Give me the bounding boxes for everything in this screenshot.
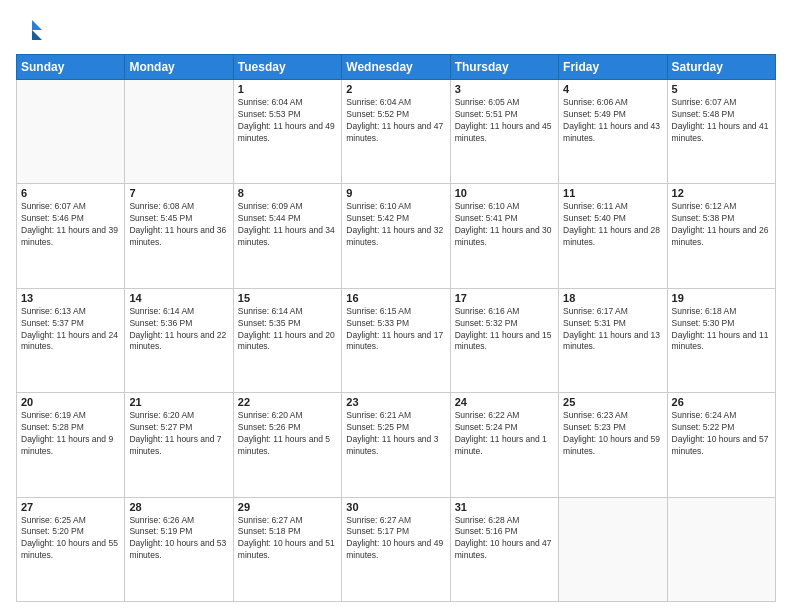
day-info: Sunrise: 6:28 AM Sunset: 5:16 PM Dayligh… <box>455 515 554 563</box>
day-number: 18 <box>563 292 662 304</box>
day-info: Sunrise: 6:19 AM Sunset: 5:28 PM Dayligh… <box>21 410 120 458</box>
day-info: Sunrise: 6:12 AM Sunset: 5:38 PM Dayligh… <box>672 201 771 249</box>
day-info: Sunrise: 6:25 AM Sunset: 5:20 PM Dayligh… <box>21 515 120 563</box>
calendar-day-cell: 24Sunrise: 6:22 AM Sunset: 5:24 PM Dayli… <box>450 393 558 497</box>
calendar-day-cell: 14Sunrise: 6:14 AM Sunset: 5:36 PM Dayli… <box>125 288 233 392</box>
weekday-header: Tuesday <box>233 55 341 80</box>
day-number: 16 <box>346 292 445 304</box>
day-info: Sunrise: 6:14 AM Sunset: 5:35 PM Dayligh… <box>238 306 337 354</box>
day-number: 10 <box>455 187 554 199</box>
calendar-day-cell: 8Sunrise: 6:09 AM Sunset: 5:44 PM Daylig… <box>233 184 341 288</box>
calendar-day-cell <box>559 497 667 601</box>
day-number: 21 <box>129 396 228 408</box>
day-info: Sunrise: 6:22 AM Sunset: 5:24 PM Dayligh… <box>455 410 554 458</box>
day-info: Sunrise: 6:04 AM Sunset: 5:53 PM Dayligh… <box>238 97 337 145</box>
calendar-day-cell: 20Sunrise: 6:19 AM Sunset: 5:28 PM Dayli… <box>17 393 125 497</box>
day-info: Sunrise: 6:21 AM Sunset: 5:25 PM Dayligh… <box>346 410 445 458</box>
day-number: 31 <box>455 501 554 513</box>
weekday-header: Friday <box>559 55 667 80</box>
calendar-table: SundayMondayTuesdayWednesdayThursdayFrid… <box>16 54 776 602</box>
day-info: Sunrise: 6:09 AM Sunset: 5:44 PM Dayligh… <box>238 201 337 249</box>
calendar-day-cell: 10Sunrise: 6:10 AM Sunset: 5:41 PM Dayli… <box>450 184 558 288</box>
calendar-day-cell: 27Sunrise: 6:25 AM Sunset: 5:20 PM Dayli… <box>17 497 125 601</box>
calendar-week-row: 1Sunrise: 6:04 AM Sunset: 5:53 PM Daylig… <box>17 80 776 184</box>
calendar-day-cell: 22Sunrise: 6:20 AM Sunset: 5:26 PM Dayli… <box>233 393 341 497</box>
weekday-header: Thursday <box>450 55 558 80</box>
day-info: Sunrise: 6:27 AM Sunset: 5:17 PM Dayligh… <box>346 515 445 563</box>
logo-icon <box>16 16 44 44</box>
calendar-day-cell: 17Sunrise: 6:16 AM Sunset: 5:32 PM Dayli… <box>450 288 558 392</box>
day-number: 17 <box>455 292 554 304</box>
calendar-week-row: 6Sunrise: 6:07 AM Sunset: 5:46 PM Daylig… <box>17 184 776 288</box>
day-info: Sunrise: 6:14 AM Sunset: 5:36 PM Dayligh… <box>129 306 228 354</box>
page: SundayMondayTuesdayWednesdayThursdayFrid… <box>0 0 792 612</box>
weekday-header: Wednesday <box>342 55 450 80</box>
day-info: Sunrise: 6:07 AM Sunset: 5:46 PM Dayligh… <box>21 201 120 249</box>
calendar-day-cell: 31Sunrise: 6:28 AM Sunset: 5:16 PM Dayli… <box>450 497 558 601</box>
calendar-day-cell: 7Sunrise: 6:08 AM Sunset: 5:45 PM Daylig… <box>125 184 233 288</box>
day-info: Sunrise: 6:17 AM Sunset: 5:31 PM Dayligh… <box>563 306 662 354</box>
weekday-header: Saturday <box>667 55 775 80</box>
logo <box>16 16 48 44</box>
calendar-day-cell: 9Sunrise: 6:10 AM Sunset: 5:42 PM Daylig… <box>342 184 450 288</box>
day-number: 20 <box>21 396 120 408</box>
day-info: Sunrise: 6:11 AM Sunset: 5:40 PM Dayligh… <box>563 201 662 249</box>
day-number: 11 <box>563 187 662 199</box>
calendar-header-row: SundayMondayTuesdayWednesdayThursdayFrid… <box>17 55 776 80</box>
calendar-day-cell: 13Sunrise: 6:13 AM Sunset: 5:37 PM Dayli… <box>17 288 125 392</box>
calendar-day-cell: 1Sunrise: 6:04 AM Sunset: 5:53 PM Daylig… <box>233 80 341 184</box>
svg-rect-3 <box>18 20 32 30</box>
calendar-day-cell: 30Sunrise: 6:27 AM Sunset: 5:17 PM Dayli… <box>342 497 450 601</box>
day-number: 4 <box>563 83 662 95</box>
day-number: 14 <box>129 292 228 304</box>
day-number: 6 <box>21 187 120 199</box>
calendar-day-cell: 15Sunrise: 6:14 AM Sunset: 5:35 PM Dayli… <box>233 288 341 392</box>
calendar-day-cell <box>667 497 775 601</box>
day-info: Sunrise: 6:06 AM Sunset: 5:49 PM Dayligh… <box>563 97 662 145</box>
day-number: 29 <box>238 501 337 513</box>
day-number: 26 <box>672 396 771 408</box>
day-number: 28 <box>129 501 228 513</box>
day-info: Sunrise: 6:07 AM Sunset: 5:48 PM Dayligh… <box>672 97 771 145</box>
weekday-header: Monday <box>125 55 233 80</box>
day-info: Sunrise: 6:24 AM Sunset: 5:22 PM Dayligh… <box>672 410 771 458</box>
day-number: 27 <box>21 501 120 513</box>
calendar-day-cell: 25Sunrise: 6:23 AM Sunset: 5:23 PM Dayli… <box>559 393 667 497</box>
day-info: Sunrise: 6:18 AM Sunset: 5:30 PM Dayligh… <box>672 306 771 354</box>
calendar-day-cell: 3Sunrise: 6:05 AM Sunset: 5:51 PM Daylig… <box>450 80 558 184</box>
calendar-week-row: 20Sunrise: 6:19 AM Sunset: 5:28 PM Dayli… <box>17 393 776 497</box>
day-info: Sunrise: 6:27 AM Sunset: 5:18 PM Dayligh… <box>238 515 337 563</box>
day-info: Sunrise: 6:26 AM Sunset: 5:19 PM Dayligh… <box>129 515 228 563</box>
header <box>16 16 776 44</box>
day-info: Sunrise: 6:15 AM Sunset: 5:33 PM Dayligh… <box>346 306 445 354</box>
calendar-day-cell: 6Sunrise: 6:07 AM Sunset: 5:46 PM Daylig… <box>17 184 125 288</box>
day-info: Sunrise: 6:20 AM Sunset: 5:26 PM Dayligh… <box>238 410 337 458</box>
day-number: 8 <box>238 187 337 199</box>
calendar-day-cell: 16Sunrise: 6:15 AM Sunset: 5:33 PM Dayli… <box>342 288 450 392</box>
day-info: Sunrise: 6:23 AM Sunset: 5:23 PM Dayligh… <box>563 410 662 458</box>
day-number: 23 <box>346 396 445 408</box>
day-info: Sunrise: 6:08 AM Sunset: 5:45 PM Dayligh… <box>129 201 228 249</box>
day-number: 1 <box>238 83 337 95</box>
calendar-week-row: 13Sunrise: 6:13 AM Sunset: 5:37 PM Dayli… <box>17 288 776 392</box>
day-number: 7 <box>129 187 228 199</box>
calendar-day-cell: 12Sunrise: 6:12 AM Sunset: 5:38 PM Dayli… <box>667 184 775 288</box>
svg-rect-4 <box>18 30 32 40</box>
day-number: 24 <box>455 396 554 408</box>
weekday-header: Sunday <box>17 55 125 80</box>
calendar-day-cell: 11Sunrise: 6:11 AM Sunset: 5:40 PM Dayli… <box>559 184 667 288</box>
calendar-day-cell <box>17 80 125 184</box>
day-number: 3 <box>455 83 554 95</box>
day-number: 25 <box>563 396 662 408</box>
calendar-week-row: 27Sunrise: 6:25 AM Sunset: 5:20 PM Dayli… <box>17 497 776 601</box>
day-number: 15 <box>238 292 337 304</box>
day-number: 9 <box>346 187 445 199</box>
day-info: Sunrise: 6:04 AM Sunset: 5:52 PM Dayligh… <box>346 97 445 145</box>
day-number: 2 <box>346 83 445 95</box>
day-info: Sunrise: 6:16 AM Sunset: 5:32 PM Dayligh… <box>455 306 554 354</box>
calendar-day-cell: 26Sunrise: 6:24 AM Sunset: 5:22 PM Dayli… <box>667 393 775 497</box>
day-number: 5 <box>672 83 771 95</box>
calendar-day-cell: 23Sunrise: 6:21 AM Sunset: 5:25 PM Dayli… <box>342 393 450 497</box>
day-number: 30 <box>346 501 445 513</box>
day-number: 19 <box>672 292 771 304</box>
